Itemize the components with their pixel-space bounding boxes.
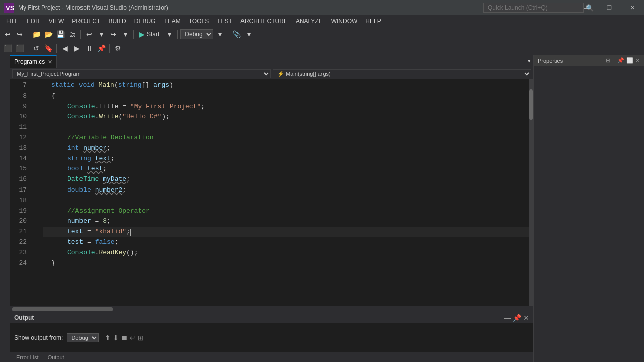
line-numbers: 7 8 9 10 11 12 13 14 15 16 17 18 19 20 xyxy=(10,79,35,306)
kw-void: void xyxy=(79,80,95,91)
text-cursor xyxy=(130,229,131,236)
debug-config-select[interactable]: Debug xyxy=(180,29,213,39)
tab-program-cs[interactable]: Program.cs ✕ xyxy=(10,55,57,68)
toolbar-open[interactable]: 📂 xyxy=(43,29,54,40)
start-dropdown[interactable]: ▾ xyxy=(164,29,175,40)
scrollbar-thumb[interactable] xyxy=(529,89,533,120)
menu-architecture[interactable]: ARCHITECTURE xyxy=(236,15,292,27)
line-num-13: 13 xyxy=(10,143,31,154)
tab-close-button[interactable]: ✕ xyxy=(48,59,52,65)
kw-bool: bool xyxy=(67,164,83,174)
var-text-assign: text xyxy=(67,227,83,237)
menu-team[interactable]: TEAM xyxy=(159,15,184,27)
props-icon-view[interactable]: ⊞ xyxy=(606,57,610,64)
debug-dropdown[interactable]: ▾ xyxy=(214,29,225,40)
output-content: Show output from: Debug ⬆ ⬇ ⏹ ↵ ⊞ xyxy=(10,323,533,352)
tb2-btn5[interactable]: ◀ xyxy=(59,43,70,54)
line-num-15: 15 xyxy=(10,164,31,174)
menu-analyze[interactable]: ANALYZE xyxy=(292,15,327,27)
menu-help[interactable]: HELP xyxy=(361,15,385,27)
toolbar-attach[interactable]: 📎 xyxy=(231,29,242,40)
toolbar-attach-dropdown[interactable]: ▾ xyxy=(243,29,254,40)
code-line-7: static void Main ( string [] args ) xyxy=(43,80,529,91)
editor-body: 7 8 9 10 11 12 13 14 15 16 17 18 19 20 xyxy=(10,79,533,306)
toolbar-redo-dropdown[interactable]: ▾ xyxy=(120,29,131,40)
code-content[interactable]: static void Main ( string [] args ) xyxy=(35,79,529,306)
line-num-11: 11 xyxy=(10,122,31,133)
toolbar-nav-back[interactable]: ↩ xyxy=(2,29,13,40)
output-stop-btn[interactable]: ⏹ xyxy=(121,334,128,342)
toolbar-redo[interactable]: ↪ xyxy=(108,29,119,40)
maximize-button[interactable]: ❐ xyxy=(598,0,621,15)
tb2-btn2[interactable]: ⬛ xyxy=(14,43,25,54)
tb2-btn1[interactable]: ⬛ xyxy=(2,43,13,54)
bottom-tab-error-list[interactable]: Error List xyxy=(12,354,43,361)
tb2-btn7[interactable]: ⏸ xyxy=(84,43,95,54)
props-pin[interactable]: 📌 xyxy=(617,57,624,64)
horizontal-scrollbar[interactable] xyxy=(10,306,533,312)
menu-view[interactable]: VIEW xyxy=(45,15,68,27)
output-wrap-btn[interactable]: ↵ xyxy=(130,334,136,342)
hscroll-thumb[interactable] xyxy=(12,307,113,311)
toolbar-new-proj[interactable]: 📁 xyxy=(31,29,42,40)
output-close[interactable]: ✕ xyxy=(523,314,529,322)
toolbar-undo-dropdown[interactable]: ▾ xyxy=(96,29,107,40)
bottom-tab-output[interactable]: Output xyxy=(44,354,68,361)
tb2-btn4[interactable]: 🔖 xyxy=(43,43,54,54)
line-num-17: 17 xyxy=(10,185,31,196)
fn-main: Main xyxy=(99,80,114,91)
menu-tools[interactable]: TOOLS xyxy=(185,15,213,27)
close-button[interactable]: ✕ xyxy=(621,0,644,15)
code-line-22: test = false ; xyxy=(43,237,529,248)
tb2-btn8[interactable]: 📌 xyxy=(96,43,107,54)
menu-project[interactable]: PROJECT xyxy=(68,15,104,27)
quick-launch-input[interactable] xyxy=(483,3,584,13)
vertical-scrollbar[interactable] xyxy=(529,79,533,306)
output-down-btn[interactable]: ⬇ xyxy=(113,334,119,342)
toolbar-nav-fwd[interactable]: ↪ xyxy=(14,29,25,40)
props-expand[interactable]: ⬜ xyxy=(626,57,633,64)
code-line-14: string text ; xyxy=(43,154,529,164)
toolbar-save[interactable]: 💾 xyxy=(55,29,66,40)
toolbar-save-all[interactable]: 🗂 xyxy=(67,29,78,40)
props-list-view[interactable]: ≡ xyxy=(612,57,615,64)
menu-edit[interactable]: EDIT xyxy=(23,15,44,27)
tb2-sep2 xyxy=(56,44,57,53)
title-text: My First Project - Microsoft Visual Stud… xyxy=(18,4,168,11)
properties-title: Properties xyxy=(538,58,563,64)
tb2-btn9[interactable]: ⚙ xyxy=(112,43,123,54)
kw-double: double xyxy=(67,185,91,196)
output-source-select[interactable]: Debug xyxy=(67,333,99,342)
code-line-12: //Variable Declaration xyxy=(43,133,529,143)
properties-header: Properties ⊞ ≡ 📌 ⬜ ✕ xyxy=(534,55,644,66)
code-editor[interactable]: 7 8 9 10 11 12 13 14 15 16 17 18 19 20 xyxy=(10,79,533,306)
code-line-11 xyxy=(43,122,529,133)
tb2-btn3[interactable]: ↺ xyxy=(31,43,42,54)
output-filter-btn[interactable]: ⊞ xyxy=(138,334,144,342)
nav-bar: My_First_Project.Program ⚡ Main(string[]… xyxy=(10,68,533,79)
toolbar-sep-5 xyxy=(228,30,228,39)
output-up-btn[interactable]: ⬆ xyxy=(105,334,111,342)
line-num-24: 24 xyxy=(10,258,31,269)
start-button[interactable]: ▶ Start xyxy=(136,29,163,39)
menu-window[interactable]: WINDOW xyxy=(327,15,362,27)
output-pin[interactable]: 📌 xyxy=(513,314,521,322)
menu-test[interactable]: TEST xyxy=(213,15,236,27)
output-title: Output xyxy=(14,314,34,321)
props-close[interactable]: ✕ xyxy=(635,57,640,64)
menu-file[interactable]: FILE xyxy=(2,15,23,27)
tab-dropdown[interactable]: ▾ xyxy=(525,55,533,66)
tb2-btn6[interactable]: ▶ xyxy=(71,43,83,54)
left-sidebar xyxy=(0,55,10,362)
class-nav-select[interactable]: My_First_Project.Program xyxy=(12,69,271,78)
menu-debug[interactable]: DEBUG xyxy=(130,15,160,27)
str-title: "My First Project" xyxy=(130,102,201,112)
vs-logo: VS xyxy=(4,3,14,13)
line-num-12: 12 xyxy=(10,133,31,143)
method-nav-select[interactable]: ⚡ Main(string[] args) xyxy=(273,69,531,78)
menu-build[interactable]: BUILD xyxy=(104,15,130,27)
svg-text:VS: VS xyxy=(6,4,14,12)
output-collapse[interactable]: — xyxy=(504,314,511,322)
var-args: args xyxy=(153,80,169,91)
toolbar-undo[interactable]: ↩ xyxy=(84,29,95,40)
